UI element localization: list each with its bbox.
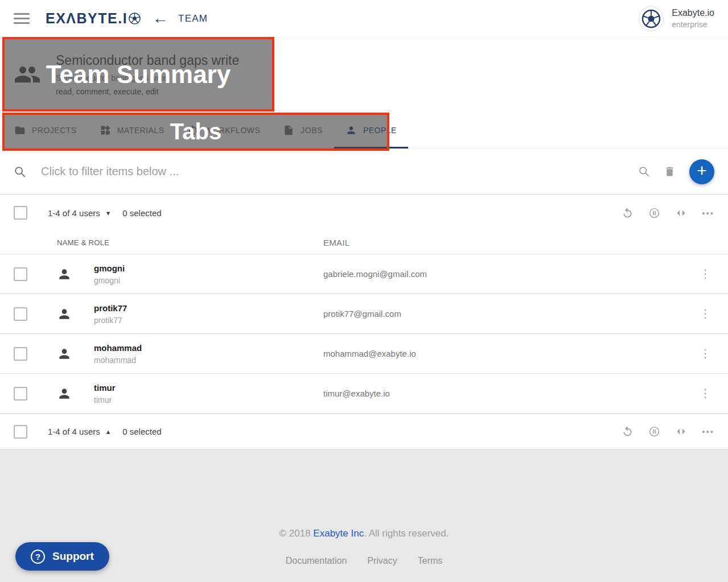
tab-label: WORKFLOWS	[205, 126, 261, 135]
team-permissions: read, comment, execute, edit	[56, 87, 239, 96]
back-arrow-icon[interactable]: ←	[153, 11, 168, 26]
column-email: EMAIL	[323, 238, 693, 247]
chevron-down-icon: ▾	[106, 209, 110, 217]
support-label: Support	[52, 550, 94, 563]
logo-text: EXΛBYTE.I	[46, 10, 127, 27]
row-checkbox[interactable]	[14, 347, 27, 361]
user-role: timur	[94, 395, 323, 404]
page-footer: © 2018 Exabyte Inc. All rights reserved.…	[0, 449, 728, 582]
row-menu-icon[interactable]: ⋮	[700, 387, 711, 399]
team-title: Semiconductor band gaps write	[56, 53, 239, 68]
user-name: timur	[94, 383, 323, 393]
user-email: timur@exabyte.io	[323, 389, 693, 398]
tab-bar: PROJECTS MATERIALS WORKFLOWS JOBS PEOPLE	[0, 112, 728, 149]
user-role: mohammad	[94, 356, 323, 365]
file-icon	[283, 125, 294, 136]
plus-icon: +	[697, 162, 707, 179]
tab-projects[interactable]: PROJECTS	[3, 112, 88, 148]
tab-label: PEOPLE	[363, 126, 397, 135]
user-name: mohammad	[94, 343, 323, 353]
table-row[interactable]: timur timur timur@exabyte.io ⋮	[0, 374, 728, 414]
range-label: 1-4 of 4 users	[48, 427, 100, 436]
list-toolbar-top: 1-4 of 4 users ▾ 0 selected •••	[0, 194, 728, 231]
code-icon[interactable]	[675, 207, 687, 219]
page-title: TEAM	[178, 13, 208, 24]
exabyte-logo[interactable]: EXΛBYTE.I	[46, 10, 141, 27]
table-header: NAME & ROLE EMAIL	[0, 231, 728, 254]
user-name: gmogni	[94, 263, 323, 273]
link-privacy[interactable]: Privacy	[367, 556, 397, 566]
table-row[interactable]: gmogni gmogni gabriele.mogni@gmail.com ⋮	[0, 254, 728, 294]
row-menu-icon[interactable]: ⋮	[700, 267, 711, 280]
tab-label: JOBS	[301, 126, 323, 135]
filter-bar: +	[0, 149, 728, 194]
team-summary: Semiconductor band gaps write Semiconduc…	[0, 38, 728, 112]
link-documentation[interactable]: Documentation	[286, 556, 347, 566]
footer-links: Documentation Privacy Terms	[0, 556, 728, 566]
row-menu-icon[interactable]: ⋮	[700, 347, 711, 360]
range-label: 1-4 of 4 users	[48, 208, 100, 218]
person-icon	[57, 386, 94, 401]
widgets-icon	[100, 125, 111, 136]
pagination-dropdown[interactable]: 1-4 of 4 users ▾	[48, 208, 110, 218]
row-checkbox[interactable]	[14, 387, 27, 401]
refresh-icon[interactable]	[622, 207, 634, 219]
copyright-prefix: © 2018	[279, 528, 314, 539]
account-area: Exabyte.io enterprise	[639, 6, 714, 31]
folder-icon	[14, 125, 26, 136]
group-icon	[14, 61, 41, 88]
more-icon[interactable]: •••	[702, 427, 714, 436]
loop-icon	[187, 125, 199, 136]
row-checkbox[interactable]	[14, 267, 27, 281]
team-description: Semiconductor band gaps write	[56, 73, 239, 82]
code-icon[interactable]	[675, 426, 687, 437]
table-row[interactable]: mohammad mohammad mohammad@exabyte.io ⋮	[0, 334, 728, 374]
select-all-checkbox[interactable]	[14, 206, 27, 220]
account-name: Exabyte.io	[672, 8, 714, 18]
copyright: © 2018 Exabyte Inc. All rights reserved.	[0, 449, 728, 539]
support-button[interactable]: ? Support	[15, 542, 109, 571]
search-action-icon[interactable]	[638, 166, 650, 178]
tab-workflows[interactable]: WORKFLOWS	[176, 112, 272, 148]
selected-count: 0 selected	[122, 427, 161, 436]
person-icon	[57, 267, 94, 282]
app-header: EXΛBYTE.I ← TEAM Exabyte.io enterprise	[0, 0, 728, 38]
add-user-button[interactable]: +	[689, 159, 714, 184]
select-all-checkbox[interactable]	[14, 425, 27, 439]
user-email: protik77@gmail.com	[323, 309, 693, 319]
person-icon	[57, 346, 94, 361]
soccer-ball-icon	[641, 9, 661, 29]
list-toolbar-bottom: 1-4 of 4 users ▴ 0 selected •••	[0, 414, 728, 449]
tab-label: MATERIALS	[117, 126, 164, 135]
pagination-dropdown[interactable]: 1-4 of 4 users ▴	[48, 427, 110, 436]
user-name: protik77	[94, 303, 323, 313]
tab-materials[interactable]: MATERIALS	[88, 112, 176, 148]
user-email: gabriele.mogni@gmail.com	[323, 269, 693, 279]
user-role: protik77	[94, 316, 323, 325]
user-email: mohammad@exabyte.io	[323, 349, 693, 358]
tab-people[interactable]: PEOPLE	[334, 112, 408, 148]
row-menu-icon[interactable]: ⋮	[700, 307, 711, 320]
tab-jobs[interactable]: JOBS	[272, 112, 334, 148]
person-icon	[57, 307, 94, 321]
chevron-up-icon: ▴	[106, 427, 110, 436]
pause-icon[interactable]	[648, 426, 660, 437]
question-icon: ?	[31, 550, 45, 564]
more-icon[interactable]: •••	[702, 208, 714, 218]
tab-label: PROJECTS	[32, 126, 77, 135]
selected-count: 0 selected	[122, 208, 161, 218]
person-icon	[346, 125, 357, 136]
copyright-suffix: . All rights reserved.	[364, 528, 449, 539]
pause-icon[interactable]	[648, 207, 660, 219]
search-icon	[14, 166, 26, 178]
row-checkbox[interactable]	[14, 307, 27, 321]
link-terms[interactable]: Terms	[418, 556, 443, 566]
trash-icon[interactable]	[664, 166, 676, 178]
filter-input[interactable]	[41, 165, 638, 178]
table-row[interactable]: protik77 protik77 protik77@gmail.com ⋮	[0, 294, 728, 334]
soccer-ball-icon	[128, 12, 141, 25]
avatar[interactable]	[639, 6, 664, 31]
menu-icon[interactable]	[14, 13, 30, 24]
refresh-icon[interactable]	[622, 426, 634, 437]
company-link[interactable]: Exabyte Inc	[313, 528, 364, 539]
